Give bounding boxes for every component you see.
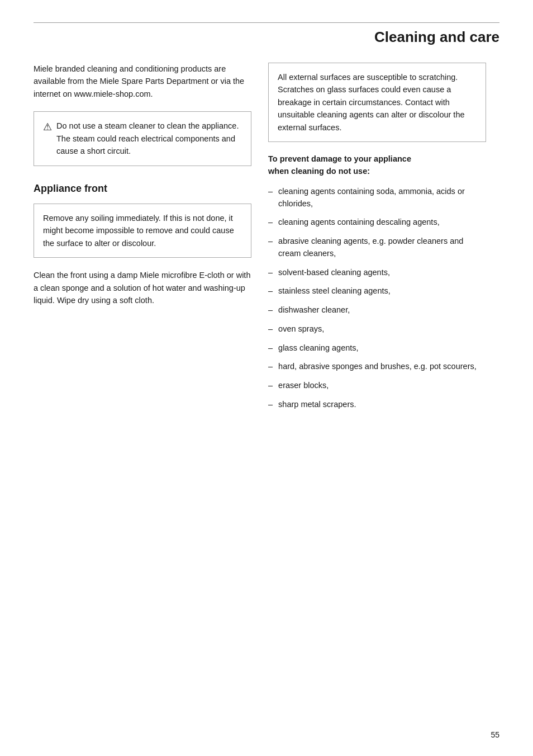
info-box: Remove any soiling immediately. If this … xyxy=(34,204,251,258)
list-item: –dishwasher cleaner, xyxy=(268,304,486,316)
prevent-heading-line1: To prevent damage to your appliance xyxy=(268,154,411,163)
list-dash: – xyxy=(268,235,273,248)
list-dash: – xyxy=(268,285,273,297)
damage-list: –cleaning agents containing soda, ammoni… xyxy=(268,186,486,411)
two-col-layout: Miele branded cleaning and conditioning … xyxy=(34,63,499,418)
list-dash: – xyxy=(268,399,273,411)
list-dash: – xyxy=(268,380,273,392)
list-dash: – xyxy=(268,216,273,229)
prevent-damage-heading: To prevent damage to your appliance when… xyxy=(268,153,486,178)
list-item-text: hard, abrasive sponges and brushes, e.g.… xyxy=(278,361,477,373)
list-dash: – xyxy=(268,186,273,198)
list-item-text: solvent-based cleaning agents, xyxy=(278,267,390,279)
list-item-text: sharp metal scrapers. xyxy=(278,399,356,411)
list-item: –oven sprays, xyxy=(268,323,486,336)
list-item-text: abrasive cleaning agents, e.g. powder cl… xyxy=(278,235,486,260)
list-item: –glass cleaning agents, xyxy=(268,342,486,355)
warning-icon: ⚠ xyxy=(43,120,52,135)
list-dash: – xyxy=(268,323,273,336)
list-dash: – xyxy=(268,361,273,373)
list-item: –cleaning agents containing soda, ammoni… xyxy=(268,186,486,210)
list-dash: – xyxy=(268,342,273,355)
page-title: Cleaning and care xyxy=(374,29,499,45)
prevent-heading-line2: when cleaning do not use: xyxy=(268,167,370,176)
list-item: –sharp metal scrapers. xyxy=(268,399,486,411)
list-dash: – xyxy=(268,304,273,316)
warning-text: Do not use a steam cleaner to clean the … xyxy=(56,120,242,157)
list-item-text: eraser blocks, xyxy=(278,380,329,392)
list-item: –cleaning agents containing descaling ag… xyxy=(268,216,486,229)
list-dash: – xyxy=(268,267,273,279)
body-text: Clean the front using a damp Miele micro… xyxy=(34,269,251,306)
list-item: –abrasive cleaning agents, e.g. powder c… xyxy=(268,235,486,260)
page-container: Cleaning and care Miele branded cleaning… xyxy=(0,0,533,756)
list-item-text: oven sprays, xyxy=(278,323,324,336)
list-item-text: stainless steel cleaning agents, xyxy=(278,285,391,297)
page-header: Cleaning and care xyxy=(34,22,499,46)
intro-text: Miele branded cleaning and conditioning … xyxy=(34,63,251,100)
list-item-text: cleaning agents containing soda, ammonia… xyxy=(278,186,486,210)
warning-box: ⚠ Do not use a steam cleaner to clean th… xyxy=(34,111,251,166)
list-item: –solvent-based cleaning agents, xyxy=(268,267,486,279)
appliance-front-heading: Appliance front xyxy=(34,183,251,195)
list-item: –hard, abrasive sponges and brushes, e.g… xyxy=(268,361,486,373)
list-item: –eraser blocks, xyxy=(268,380,486,392)
list-item-text: dishwasher cleaner, xyxy=(278,304,350,316)
caution-box: All external surfaces are susceptible to… xyxy=(268,63,486,142)
right-column: All external surfaces are susceptible to… xyxy=(268,63,486,418)
page-number: 55 xyxy=(491,730,499,739)
list-item: –stainless steel cleaning agents, xyxy=(268,285,486,297)
left-column: Miele branded cleaning and conditioning … xyxy=(34,63,251,418)
list-item-text: cleaning agents containing descaling age… xyxy=(278,216,440,229)
list-item-text: glass cleaning agents, xyxy=(278,342,359,355)
